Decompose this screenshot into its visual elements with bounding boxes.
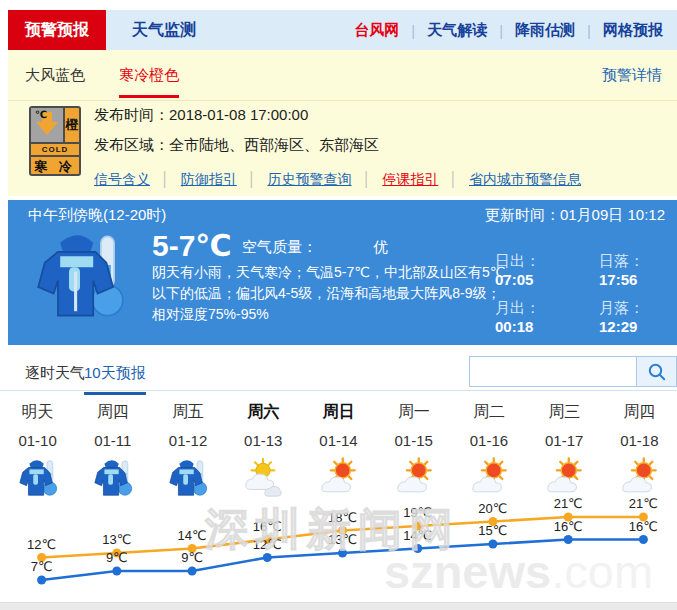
sun-cloud-icon [468,457,510,503]
forecast-date-label: 01-14 [301,432,376,449]
forecast-column[interactable]: 周四01-18 [602,398,677,500]
svg-text:16℃: 16℃ [554,519,583,534]
forecast-date-label: 01-11 [75,432,150,449]
svg-text:7℃: 7℃ [31,559,53,574]
sunrise: 日出：07:05 [495,252,573,288]
forecast-date-label: 01-18 [602,432,677,449]
badge-level-text: 橙 [63,108,79,142]
svg-text:12℃: 12℃ [253,537,282,552]
warning-detail-link[interactable]: 预警详情 [602,66,662,85]
air-quality-value: 优 [373,238,388,255]
forecast-day-label: 明天 [0,402,75,423]
forecast-column[interactable]: 明天01-10 [0,398,75,500]
forecast-date-label: 01-10 [0,432,75,449]
forecast-tabs-bar: 逐时天气 10天预报 [0,355,677,391]
warning-tabs: 大风蓝色 寒冷橙色 预警详情 [8,50,677,85]
svg-text:19℃: 19℃ [403,505,432,520]
publish-time-row: 发布时间：2018-01-08 17:00:00 [94,106,667,125]
sun-cloud-icon [618,457,660,503]
moonrise: 月出：00:18 [495,299,573,335]
sun-cloud-icon [317,457,359,503]
search-input[interactable] [469,356,637,387]
air-quality-label: 空气质量： [242,238,317,255]
tab-10day-forecast[interactable]: 10天预报 [84,364,146,395]
link-weather-explain[interactable]: 天气解读 [427,21,487,40]
warning-links: 信号含义│防御指引│历史预警查询│停课指引│省内城市预警信息 [94,171,667,189]
search-button[interactable] [637,356,677,387]
forecast-day-label: 周四 [602,402,677,423]
tab-warning-forecast[interactable]: 预警预报 [8,10,106,50]
forecast-day-label: 周二 [451,402,526,423]
link-signal-meaning[interactable]: 信号含义 [94,171,150,187]
svg-text:18℃: 18℃ [328,510,357,525]
forecast-day-label: 周四 [75,402,150,423]
forecast-column[interactable]: 周三01-17 [527,398,602,500]
svg-text:21℃: 21℃ [554,498,583,511]
forecast-column[interactable]: 周六01-13 [226,398,301,500]
publish-area-label: 发布区域： [94,136,169,153]
tab-weather-monitor[interactable]: 天气监测 [106,10,222,50]
link-province-city-warnings[interactable]: 省内城市预警信息 [469,171,581,187]
temperature-chart: 12℃13℃14℃16℃18℃19℃20℃21℃21℃7℃9℃9℃12℃13℃1… [0,498,677,602]
bottom-strip [0,602,677,610]
link-class-suspension-guide[interactable]: 停课指引 [382,171,438,187]
cloudy-icon [242,457,284,503]
link-defense-guide[interactable]: 防御指引 [181,171,237,187]
forecast-date-label: 01-15 [376,432,451,449]
link-separator: │ [363,171,372,187]
update-time: 更新时间：01月09日 10:12 [485,206,665,225]
tab-cold-orange-warning[interactable]: 寒冷橙色 [119,66,179,98]
forecast-day-label: 周三 [527,402,602,423]
forecast-column[interactable]: 周日01-14 [301,398,376,500]
warning-section: 大风蓝色 寒冷橙色 预警详情 ℃ 橙 COLD 寒 冷 发布时间：2018-01… [8,50,677,196]
nav-separator: | [411,22,415,39]
svg-text:12℃: 12℃ [27,537,56,552]
svg-text:13℃: 13℃ [328,532,357,547]
air-quality-row: 空气质量：优 [242,238,388,257]
publish-time-value: 2018-01-08 17:00:00 [169,106,308,123]
search-box [469,356,677,387]
publish-area-value: 全市陆地、西部海区、东部海区 [169,136,379,153]
forecast-day-label: 周五 [150,402,225,423]
svg-text:15℃: 15℃ [478,523,507,538]
badge-cold-label: COLD [31,142,79,155]
tab-wind-blue-warning[interactable]: 大风蓝色 [25,66,85,83]
forecast-day-label: 周一 [376,402,451,423]
svg-text:14℃: 14℃ [178,528,207,543]
badge-temp-unit: ℃ [35,109,47,120]
forecast-date-label: 01-16 [451,432,526,449]
nav-separator: | [587,22,591,39]
link-separator: │ [161,171,170,187]
top-navbar: 预警预报 天气监测 台风网 | 天气解读 | 降雨估测 | 网格预报 [8,10,677,50]
winter-coat-thermometer-icon [28,232,132,324]
tab-hourly-weather[interactable]: 逐时天气 [25,364,85,383]
publish-area-row: 发布区域：全市陆地、西部海区、东部海区 [94,136,667,155]
forecast-date-label: 01-12 [150,432,225,449]
forecast-day-label: 周六 [226,402,301,423]
svg-text:9℃: 9℃ [106,550,128,565]
link-typhoon-net[interactable]: 台风网 [354,21,399,40]
forecast-column[interactable]: 周一01-15 [376,398,451,500]
forecast-column[interactable]: 周四01-11 [75,398,150,500]
current-weather-panel: 中午到傍晚(12-20时) 更新时间：01月09日 10:12 5-7℃ 空气质… [8,200,677,345]
cold-coat-icon [17,457,59,503]
svg-text:16℃: 16℃ [629,519,658,534]
forecast-column[interactable]: 周五01-12 [150,398,225,500]
link-history-warning-query[interactable]: 历史预警查询 [268,171,352,187]
link-grid-forecast[interactable]: 网格预报 [603,21,663,40]
sun-cloud-icon [393,457,435,503]
svg-text:14℃: 14℃ [403,528,432,543]
forecast-column[interactable]: 周二01-16 [451,398,526,500]
moonset: 月落：12:29 [599,299,677,335]
current-temperature: 5-7℃ [152,228,232,263]
svg-text:16℃: 16℃ [253,519,282,534]
publish-time-label: 发布时间： [94,106,169,123]
svg-text:13℃: 13℃ [102,532,131,547]
link-rain-estimate[interactable]: 降雨估测 [515,21,575,40]
nav-links: 台风网 | 天气解读 | 降雨估测 | 网格预报 [354,10,677,50]
search-icon [647,362,667,382]
link-separator: │ [248,171,257,187]
svg-text:20℃: 20℃ [478,501,507,516]
badge-name: 寒 冷 [31,155,79,176]
nav-separator: | [499,22,503,39]
